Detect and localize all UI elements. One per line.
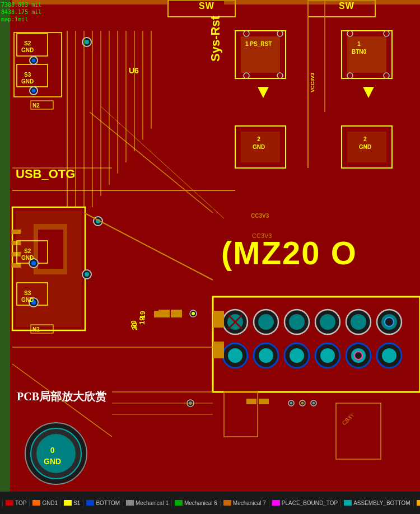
num-20: 20 <box>130 320 138 328</box>
svg-rect-113 <box>154 311 158 317</box>
svg-rect-130 <box>246 399 256 404</box>
layer-s1[interactable]: S1 <box>61 499 83 507</box>
layer-top-label: TOP <box>15 500 26 506</box>
layer-pla[interactable]: PLA <box>414 499 420 507</box>
pcb-chinese-label: PCB局部放大欣赏 <box>17 389 106 404</box>
svg-point-84 <box>385 317 394 326</box>
btn0-label: 1BTN0 <box>352 40 366 56</box>
svg-point-90 <box>290 348 304 363</box>
sw-label-top-right: SW <box>339 1 354 11</box>
layer-top-color <box>6 500 13 506</box>
svg-rect-131 <box>259 399 269 404</box>
svg-point-29 <box>85 40 89 44</box>
svg-point-121 <box>290 402 293 405</box>
layer-top[interactable]: TOP <box>2 499 30 507</box>
svg-point-31 <box>32 59 36 63</box>
left-border <box>0 0 10 492</box>
layer-bottom[interactable]: BOTTOM <box>83 499 123 507</box>
pcb-canvas: 7388.803 mil 8438.175 mil map:1mil <box>0 0 420 492</box>
s2-gnd-lower: S2GND <box>21 248 34 261</box>
layer-mech6[interactable]: Mechanical 6 <box>172 499 221 507</box>
n2-label-2: N2 <box>32 326 40 333</box>
n2-label-1: N2 <box>32 102 40 109</box>
svg-point-81 <box>351 314 366 330</box>
gnd2-label-2: 2GND <box>359 135 371 151</box>
svg-point-51 <box>85 272 89 277</box>
sys-rst-label: Sys-Rst <box>208 16 223 62</box>
layer-mech1[interactable]: Mechanical 1 <box>123 499 172 507</box>
layer-gnd1-color <box>32 500 40 506</box>
svg-point-47 <box>31 261 36 265</box>
s3-gnd-lower: S3GND <box>21 290 34 303</box>
num-19: 19 <box>139 311 147 318</box>
layer-bottom-label: BOTTOM <box>96 500 120 506</box>
svg-point-125 <box>312 402 315 405</box>
svg-point-75 <box>258 314 274 330</box>
svg-rect-99 <box>213 342 224 358</box>
gnd2-label-1: 2GND <box>253 135 265 151</box>
vcc3v3-label-1: VCC3V3 <box>310 73 315 92</box>
svg-point-95 <box>354 352 362 359</box>
svg-rect-38 <box>12 230 21 234</box>
svg-point-106 <box>192 312 195 315</box>
layer-bar: TOP GND1 S1 BOTTOM Mechanical 1 Mechanic… <box>0 492 420 514</box>
svg-rect-133 <box>224 0 420 4</box>
layer-s1-label: S1 <box>73 500 80 506</box>
svg-point-97 <box>382 348 396 363</box>
layer-mech7[interactable]: Mechanical 7 <box>221 499 269 507</box>
svg-rect-114 <box>174 311 178 317</box>
layer-s1-color <box>64 500 72 506</box>
coordinate-display: 7388.803 mil 8438.175 mil map:1mil <box>1 1 41 23</box>
layer-assembly-bottom-label: ASSEMBLY_BOTTOM <box>353 500 410 506</box>
layer-place-bound-color <box>272 500 280 506</box>
svg-rect-41 <box>12 263 21 268</box>
s2-gnd-top: S2GND <box>21 40 34 54</box>
svg-rect-109 <box>158 310 170 317</box>
u6-label: U6 <box>129 66 139 75</box>
svg-rect-98 <box>213 311 224 328</box>
svg-point-92 <box>320 348 335 363</box>
layer-pla-color <box>417 500 420 506</box>
usb-otg-label: USB_OTG <box>16 167 75 181</box>
cc3v3-label: CC3V3 <box>251 213 269 219</box>
svg-point-86 <box>228 348 242 363</box>
ps-rst-label: 1 PS_RST <box>245 40 272 48</box>
layer-assembly-bottom-color <box>344 500 352 506</box>
layer-mech6-color <box>175 500 183 506</box>
layer-mech7-label: Mechanical 7 <box>233 500 266 506</box>
layer-gnd1-label: GND1 <box>42 500 58 506</box>
svg-point-88 <box>259 348 273 363</box>
layer-place-bound-label: PLACE_BOUND_TOP <box>282 500 338 506</box>
layer-mech6-label: Mechanical 6 <box>184 500 217 506</box>
svg-point-123 <box>301 402 304 405</box>
layer-bottom-color <box>86 500 94 506</box>
svg-point-33 <box>32 89 36 93</box>
svg-point-79 <box>320 314 335 330</box>
sw-label-top-left: SW <box>199 1 214 11</box>
layer-place-bound[interactable]: PLACE_BOUND_TOP <box>269 499 341 507</box>
layer-mech1-color <box>126 500 134 506</box>
gnd0-label: 0GND <box>44 445 61 467</box>
layer-mech7-color <box>223 500 231 506</box>
s3-gnd-top: S3GND <box>21 72 34 85</box>
svg-point-77 <box>289 314 305 330</box>
layer-gnd1[interactable]: GND1 <box>30 499 61 507</box>
mz20-label: (MZ20 O <box>221 234 357 272</box>
layer-assembly-bottom[interactable]: ASSEMBLY_BOTTOM <box>341 499 413 507</box>
layer-mech1-label: Mechanical 1 <box>136 500 169 506</box>
